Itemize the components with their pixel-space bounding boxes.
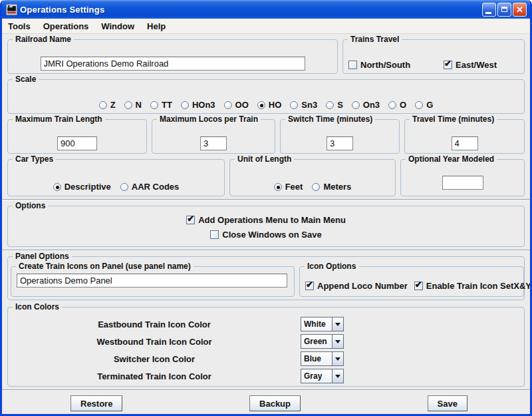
radio-icon xyxy=(181,101,189,109)
car-types-title: Car Types xyxy=(13,154,56,164)
radio-label: Feet xyxy=(285,182,303,192)
train-icons-group: Create Train Icons on Panel (use panel n… xyxy=(11,266,295,297)
car-types-radio-descriptive[interactable]: Descriptive xyxy=(53,178,111,196)
menu-bar: Tools Operations Window Help xyxy=(2,19,530,34)
travel-time-group: Travel Time (minutes) xyxy=(404,119,525,154)
chevron-down-icon[interactable] xyxy=(332,352,343,365)
radio-icon xyxy=(326,101,334,109)
operations-settings-window: Operations Settings ✕ Tools Operations W… xyxy=(0,0,532,416)
unit-of-length-title: Unit of Length xyxy=(235,154,294,164)
scale-radio-hon3[interactable]: HOn3 xyxy=(181,97,215,113)
scale-group: Scale Z N TT HOn3 OO HO Sn3 S On3 O G xyxy=(7,79,525,114)
terminated-color-dropdown[interactable]: Gray xyxy=(301,369,344,383)
checkbox-icon xyxy=(348,61,357,69)
minimize-button[interactable] xyxy=(482,3,496,17)
icon-color-label: Eastbound Train Icon Color xyxy=(8,319,301,329)
radio-icon xyxy=(53,183,61,191)
checkbox-north-south[interactable]: North/South xyxy=(348,57,410,73)
checkbox-east-west[interactable]: East/West xyxy=(444,57,497,73)
icon-color-row-switcher: Switcher Icon Color Blue xyxy=(8,351,524,367)
checkbox-close-windows-on-save[interactable]: Close Windows on Save xyxy=(210,230,321,240)
railroad-name-input[interactable] xyxy=(41,57,305,71)
radio-icon xyxy=(352,101,360,109)
radio-label: Sn3 xyxy=(301,100,317,110)
separator xyxy=(2,199,530,200)
button-bar: Restore Backup Save xyxy=(7,395,525,412)
menu-operations[interactable]: Operations xyxy=(43,21,89,31)
icon-options-title: Icon Options xyxy=(305,262,358,272)
scale-radio-n[interactable]: N xyxy=(124,97,142,113)
icon-color-row-terminated: Terminated Train Icon Color Gray xyxy=(8,368,524,384)
restore-button[interactable]: Restore xyxy=(70,395,122,411)
maximize-button[interactable] xyxy=(497,3,511,17)
checkbox-icon xyxy=(414,282,423,290)
checkbox-label: Close Windows on Save xyxy=(222,230,321,240)
eastbound-color-dropdown[interactable]: White xyxy=(301,317,344,331)
max-locos-title: Maximum Locos per Train xyxy=(157,114,261,124)
radio-icon xyxy=(124,101,132,109)
icon-options-group: Icon Options Append Loco Number Enable T… xyxy=(299,266,524,297)
scale-radio-ho[interactable]: HO xyxy=(257,97,282,113)
save-button[interactable]: Save xyxy=(428,395,467,411)
icon-color-row-eastbound: Eastbound Train Icon Color White xyxy=(8,316,524,332)
max-train-length-input[interactable] xyxy=(57,136,97,150)
menu-help[interactable]: Help xyxy=(147,21,166,31)
switcher-color-dropdown[interactable]: Blue xyxy=(301,351,344,366)
year-modeled-title: Optional Year Modeled xyxy=(406,154,497,164)
max-locos-group: Maximum Locos per Train xyxy=(152,119,275,154)
scale-radio-on3[interactable]: On3 xyxy=(352,97,380,113)
travel-time-input[interactable] xyxy=(452,136,478,150)
close-icon: ✕ xyxy=(516,5,523,14)
icon-colors-group: Icon Colors Eastbound Train Icon Color W… xyxy=(7,307,525,387)
scale-radio-oo[interactable]: OO xyxy=(224,97,249,113)
radio-icon xyxy=(312,183,320,191)
car-types-radio-aar-codes[interactable]: AAR Codes xyxy=(120,178,180,196)
backup-button[interactable]: Backup xyxy=(249,395,301,411)
menu-window[interactable]: Window xyxy=(101,21,134,31)
max-train-length-title: Maximum Train Length xyxy=(13,114,105,124)
chevron-down-icon[interactable] xyxy=(332,369,343,383)
scale-radio-o[interactable]: O xyxy=(388,97,406,113)
scale-radio-g[interactable]: G xyxy=(415,97,433,113)
max-locos-input[interactable] xyxy=(200,136,227,150)
radio-label: On3 xyxy=(363,100,380,110)
panel-name-input[interactable] xyxy=(17,274,287,288)
checkbox-label: Add Operations Menu to Main Menu xyxy=(198,215,346,225)
checkbox-enable-train-icon-setxy[interactable]: Enable Train Icon SetX&Y xyxy=(414,276,531,296)
close-button[interactable]: ✕ xyxy=(513,3,527,17)
radio-label: S xyxy=(337,100,343,110)
railroad-name-group-title: Railroad Name xyxy=(13,35,74,45)
dropdown-value: Green xyxy=(301,335,332,348)
radio-label: Z xyxy=(110,100,116,110)
unit-radio-meters[interactable]: Meters xyxy=(312,178,351,196)
radio-label: OO xyxy=(235,100,249,110)
checkbox-append-loco-number[interactable]: Append Loco Number xyxy=(305,276,408,296)
train-icons-title: Create Train Icons on Panel (use panel n… xyxy=(16,262,194,272)
options-group-title: Options xyxy=(13,201,48,211)
chevron-down-icon[interactable] xyxy=(332,317,343,331)
travel-time-title: Travel Time (minutes) xyxy=(410,114,497,124)
scale-radio-tt[interactable]: TT xyxy=(150,97,172,113)
year-modeled-group: Optional Year Modeled xyxy=(400,159,525,196)
westbound-color-dropdown[interactable]: Green xyxy=(301,334,344,349)
radio-label: TT xyxy=(162,100,172,110)
unit-radio-feet[interactable]: Feet xyxy=(274,178,303,196)
menu-tools[interactable]: Tools xyxy=(8,21,31,31)
checkbox-label: East/West xyxy=(456,60,497,70)
radio-icon xyxy=(388,101,396,109)
chevron-down-icon[interactable] xyxy=(332,335,343,348)
scale-group-title: Scale xyxy=(13,75,39,85)
car-types-group: Car Types Descriptive AAR Codes xyxy=(7,159,225,196)
radio-label: G xyxy=(426,100,433,110)
checkbox-add-operations-menu[interactable]: Add Operations Menu to Main Menu xyxy=(186,215,346,225)
scale-radio-sn3[interactable]: Sn3 xyxy=(290,97,317,113)
panel-options-title: Panel Options xyxy=(13,252,72,262)
dropdown-value: Gray xyxy=(301,369,332,383)
settings-content: Railroad Name Trains Travel North/South … xyxy=(2,39,530,412)
year-modeled-input[interactable] xyxy=(442,176,483,190)
switch-time-input[interactable] xyxy=(327,136,353,150)
radio-icon xyxy=(415,101,423,109)
icon-color-label: Switcher Icon Color xyxy=(8,354,301,364)
scale-radio-s[interactable]: S xyxy=(326,97,343,113)
scale-radio-z[interactable]: Z xyxy=(99,97,116,113)
